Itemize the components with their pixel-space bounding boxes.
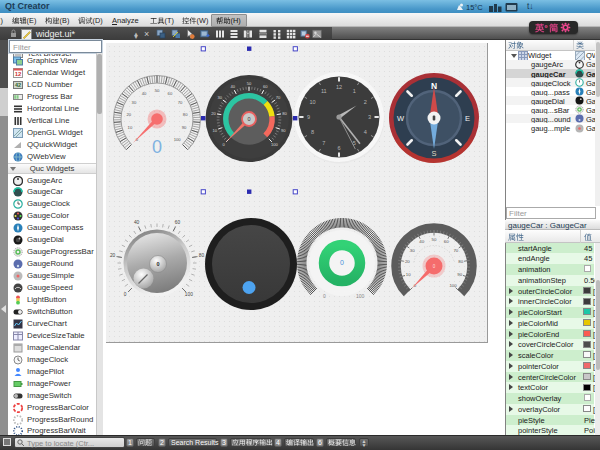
svg-text:0: 0: [247, 116, 250, 122]
svg-text:S: S: [431, 149, 436, 158]
svg-text:8: 8: [311, 129, 314, 135]
svg-text:100: 100: [449, 283, 457, 288]
svg-text:40: 40: [142, 91, 147, 96]
svg-text:70: 70: [276, 95, 281, 100]
svg-text:20: 20: [127, 112, 132, 117]
svg-text:90: 90: [182, 125, 187, 130]
svg-text:70: 70: [453, 248, 458, 253]
svg-text:30: 30: [218, 95, 223, 100]
svg-text:60: 60: [444, 239, 449, 244]
svg-text:80: 80: [199, 253, 205, 258]
svg-text:60: 60: [263, 84, 268, 89]
svg-text:7: 7: [322, 140, 325, 146]
svg-text:1: 1: [353, 88, 356, 94]
svg-text:70: 70: [178, 100, 183, 105]
svg-text:W: W: [397, 114, 405, 123]
svg-text:30: 30: [132, 100, 137, 105]
svg-text:80: 80: [183, 112, 188, 117]
svg-text:60: 60: [168, 91, 173, 96]
svg-text:100: 100: [174, 137, 182, 142]
svg-text:80: 80: [458, 259, 463, 264]
svg-text:(B): (B): [59, 16, 69, 25]
svg-text:90: 90: [457, 272, 462, 277]
svg-text:80: 80: [282, 111, 287, 116]
svg-text:12: 12: [336, 84, 342, 90]
svg-text:60: 60: [175, 220, 181, 225]
svg-text:0: 0: [124, 292, 127, 297]
svg-text:90: 90: [281, 128, 286, 133]
svg-text:E: E: [465, 114, 470, 123]
svg-text:50: 50: [155, 88, 160, 93]
svg-text:(H): (H): [230, 16, 240, 25]
svg-text:10: 10: [309, 99, 315, 105]
svg-text:0: 0: [323, 293, 326, 299]
svg-text:0: 0: [152, 137, 162, 157]
svg-text:0: 0: [156, 261, 159, 267]
svg-text:40: 40: [230, 84, 235, 89]
svg-text:40: 40: [419, 239, 424, 244]
svg-text:40: 40: [134, 220, 140, 225]
svg-text:100: 100: [185, 292, 193, 297]
svg-text:(E): (E): [27, 16, 37, 25]
svg-text:50: 50: [432, 237, 437, 242]
svg-text:12: 12: [15, 71, 22, 77]
svg-text:11: 11: [321, 88, 327, 94]
svg-text:20: 20: [405, 259, 410, 264]
svg-text:20: 20: [110, 253, 116, 258]
svg-text:10: 10: [406, 272, 411, 277]
svg-text:100: 100: [271, 142, 279, 147]
svg-text:(W): (W): [197, 16, 209, 25]
svg-text:9: 9: [307, 114, 310, 120]
svg-text:6: 6: [337, 145, 340, 151]
svg-text:(T): (T): [165, 16, 174, 25]
svg-text:10: 10: [128, 125, 133, 130]
svg-text:0: 0: [340, 259, 344, 266]
svg-text:2: 2: [364, 99, 367, 105]
svg-text:(D): (D): [92, 16, 102, 25]
svg-text:3: 3: [368, 114, 371, 120]
svg-text:20: 20: [211, 111, 216, 116]
svg-text:100: 100: [356, 293, 365, 299]
svg-text:30: 30: [410, 248, 415, 253]
svg-text:10: 10: [212, 128, 217, 133]
svg-text:42: 42: [15, 82, 21, 88]
svg-text:50: 50: [247, 81, 252, 86]
svg-text:4: 4: [364, 129, 367, 135]
